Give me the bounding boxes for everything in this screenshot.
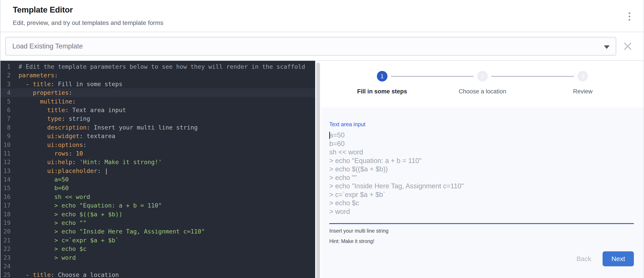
code-line[interactable]: 11 rows: 10 <box>0 149 315 158</box>
code-line[interactable]: 2parameters: <box>0 71 315 79</box>
line-number: 25 <box>0 271 10 278</box>
step-label: Fill in some steps <box>357 88 407 95</box>
page-subtitle: Edit, preview, and try out templates and… <box>13 19 163 26</box>
code-line[interactable]: 8 description: Insert your multi line st… <box>0 123 315 132</box>
load-template-select[interactable]: Load Existing Template <box>5 37 616 55</box>
stepper-step-1: 1Fill in some steps <box>332 71 432 95</box>
step-connector <box>391 76 474 77</box>
code-line[interactable]: 7 type: string <box>0 114 315 123</box>
template-loader-section: Load Existing Template <box>0 32 644 61</box>
line-number: 22 <box>0 245 10 253</box>
wizard-stepper: 1Fill in some steps2Choose a location3Re… <box>321 61 644 107</box>
close-icon[interactable] <box>620 38 636 54</box>
line-number: 24 <box>0 262 10 271</box>
editor-scrollbar[interactable] <box>315 61 321 278</box>
form-section: Text area input Insert your multi line s… <box>321 107 644 278</box>
stepper-step-2: 2Choose a location <box>432 71 532 95</box>
code-line[interactable]: 3 - title: Fill in some steps <box>0 80 315 88</box>
code-line[interactable]: 25 - title: Choose a location <box>0 271 315 278</box>
editor-preview-split: 1# Edit the template parameters below to… <box>0 61 644 278</box>
step-icon: 1 <box>377 71 388 81</box>
line-number: 16 <box>0 193 10 201</box>
code-line[interactable]: 4 properties: <box>0 88 315 97</box>
line-number: 2 <box>0 71 10 79</box>
field-description: Insert your multi line string <box>329 228 634 234</box>
line-number: 1 <box>0 62 10 71</box>
code-line[interactable]: 23 > word <box>0 253 315 262</box>
step-label: Review <box>573 88 593 95</box>
wizard-actions: Back Next <box>329 251 634 266</box>
multiline-textarea[interactable] <box>329 131 634 217</box>
step-label: Choose a location <box>459 88 506 95</box>
chevron-down-icon <box>604 45 610 49</box>
line-number: 15 <box>0 184 10 192</box>
code-line[interactable]: 21 > c=`expr $a + $b` <box>0 236 315 245</box>
code-line[interactable]: 24 <box>0 262 315 271</box>
line-number: 17 <box>0 201 10 210</box>
line-number: 18 <box>0 210 10 219</box>
field-help-text: Hint: Make it strong! <box>329 238 634 244</box>
code-line[interactable]: 22 > echo $c <box>0 245 315 253</box>
form-preview-panel: 1Fill in some steps2Choose a location3Re… <box>321 61 644 278</box>
header-text: Template Editor Edit, preview, and try o… <box>13 4 163 32</box>
code-editor[interactable]: 1# Edit the template parameters below to… <box>0 61 315 278</box>
line-number: 20 <box>0 227 10 236</box>
line-number: 5 <box>0 97 10 106</box>
textarea-wrapper <box>329 131 634 217</box>
page-header: Template Editor Edit, preview, and try o… <box>0 0 644 32</box>
code-line[interactable]: 18 > echo $(($a + $b)) <box>0 210 315 219</box>
more-options-icon[interactable] <box>628 12 630 22</box>
step-icon: 2 <box>477 71 488 81</box>
template-editor-page: Template Editor Edit, preview, and try o… <box>0 0 644 278</box>
line-number: 4 <box>0 88 10 97</box>
code-line[interactable]: 12 ui:help: 'Hint: Make it strong!' <box>0 158 315 166</box>
step-icon: 3 <box>578 71 588 81</box>
step-connector <box>491 76 574 77</box>
line-number: 19 <box>0 219 10 227</box>
code-line[interactable]: 17 > echo "Equation: a + b = 110" <box>0 201 315 210</box>
editor-scrollbar-thumb[interactable] <box>316 62 320 278</box>
stepper-steps: 1Fill in some steps2Choose a location3Re… <box>332 71 633 95</box>
line-number: 14 <box>0 175 10 184</box>
textarea-focus-underline <box>329 223 634 224</box>
line-number: 10 <box>0 141 10 149</box>
next-button[interactable]: Next <box>602 251 634 266</box>
line-number: 7 <box>0 114 10 123</box>
line-number: 8 <box>0 123 10 132</box>
code-line[interactable]: 6 title: Text area input <box>0 106 315 114</box>
field-label: Text area input <box>329 121 634 128</box>
code-line[interactable]: 5 multiline: <box>0 97 315 106</box>
code-line[interactable]: 16 sh << word <box>0 193 315 201</box>
code-line[interactable]: 19 > echo "" <box>0 219 315 227</box>
code-line[interactable]: 14 a=50 <box>0 175 315 184</box>
page-title: Template Editor <box>13 5 163 14</box>
line-number: 6 <box>0 106 10 114</box>
line-number: 12 <box>0 158 10 166</box>
line-number: 13 <box>0 167 10 175</box>
code-line[interactable]: 15 b=60 <box>0 184 315 192</box>
text-cursor <box>329 132 330 139</box>
line-number: 3 <box>0 80 10 88</box>
code-line[interactable]: 9 ui:widget: textarea <box>0 132 315 140</box>
code-line[interactable]: 13 ui:placeholder: | <box>0 167 315 175</box>
line-number: 21 <box>0 236 10 245</box>
code-line[interactable]: 1# Edit the template parameters below to… <box>0 62 315 71</box>
stepper-step-3: 3Review <box>533 71 633 95</box>
code-line[interactable]: 20 > echo "Inside Here Tag, Assignment c… <box>0 227 315 236</box>
load-template-select-placeholder: Load Existing Template <box>12 42 83 50</box>
code-lines: 1# Edit the template parameters below to… <box>0 62 315 278</box>
line-number: 11 <box>0 149 10 158</box>
back-button[interactable]: Back <box>568 252 600 266</box>
line-number: 23 <box>0 253 10 262</box>
code-line[interactable]: 10 ui:options: <box>0 141 315 149</box>
line-number: 9 <box>0 132 10 140</box>
